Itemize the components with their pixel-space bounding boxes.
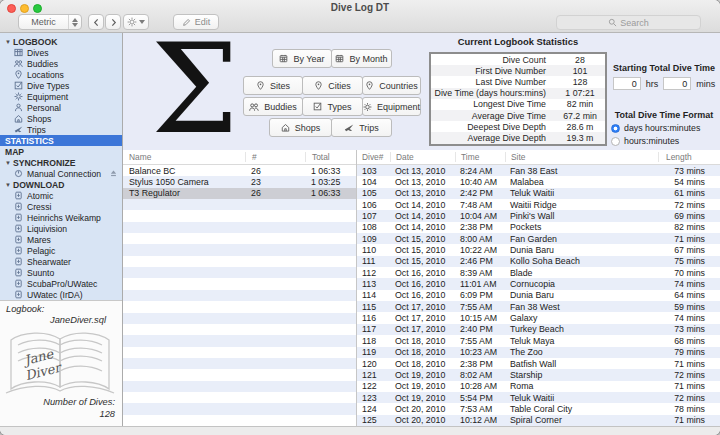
sidebar-item-map[interactable]: MAP [0,146,122,157]
sidebar-item-atomic[interactable]: Atomic [0,190,122,201]
column-header-total[interactable]: Total [305,152,356,162]
dive-row[interactable]: 106Oct 14, 20107:48 AMWaitii Ridge72 min… [357,199,720,210]
format-radio-hours-minutes[interactable]: hours:minutes [611,136,679,146]
dive-row[interactable]: 116Oct 17, 201010:15 AMGalaxy74 mins [357,312,720,323]
equipment-row[interactable]: T3 Regulator261 06:33 [123,188,356,199]
sidebar-item-dives[interactable]: Dives [0,47,122,58]
sidebar-item-personal[interactable]: Personal [0,102,122,113]
dive-row[interactable]: 125Oct 20, 201010:12 AMSpiral Corner71 m… [357,415,720,426]
dive-row[interactable]: 115Oct 17, 20107:55 AMFan 38 West59 mins [357,301,720,312]
dive-row[interactable]: 112Oct 16, 20108:39 AMBlade70 mins [357,267,720,278]
dive-row[interactable]: 117Oct 17, 20102:40 PMTurkey Beach73 min… [357,324,720,335]
main-content: Σ By Year By Month Sites Cities Countrie… [123,33,720,426]
statistics-row: First Dive Number101 [431,65,605,76]
equipment-button[interactable]: Equipment [362,97,421,116]
column-header-dive-number[interactable]: Dive# [357,152,390,162]
dive-row[interactable]: 118Oct 18, 20107:55 AMTeluk Maya68 mins [357,335,720,346]
back-button[interactable] [88,14,104,30]
countries-button[interactable]: Countries [362,76,421,95]
calendar-icon [279,54,288,63]
dive-row[interactable]: 120Oct 18, 20102:38 PMBatfish Wall71 min… [357,358,720,369]
sites-button[interactable]: Sites [243,76,303,95]
dive-row[interactable]: 110Oct 15, 201010:22 AMDunia Baru67 mins [357,244,720,255]
sidebar-item-cressi[interactable]: Cressi [0,201,122,212]
column-header-site[interactable]: Site [505,152,658,162]
sidebar-item-heinrichs-weikamp[interactable]: Heinrichs Weikamp [0,212,122,223]
logbook-panel: Logbook: JaneDiver.sql [0,300,122,426]
forward-button[interactable] [105,14,121,30]
sidebar-item-logbook[interactable]: ▼LOGBOOK [0,36,122,47]
by-month-label: By Month [349,54,387,64]
sidebar-item-manual-connection[interactable]: Manual Connection [0,168,122,179]
shops-button[interactable]: Shops [269,118,332,137]
dive-row[interactable]: 122Oct 19, 201010:28 AMRoma71 mins [357,381,720,392]
column-header-time[interactable]: Time [455,152,505,162]
sidebar-item-dive-types[interactable]: Dive Types [0,80,122,91]
column-header-length[interactable]: Length [658,152,720,162]
dive-row[interactable]: 107Oct 14, 201010:04 AMPinki's Wall69 mi… [357,210,720,221]
table-cell: 2:46 PM [455,256,505,266]
disclosure-triangle-icon[interactable]: ▼ [5,182,11,188]
cities-button[interactable]: Cities [302,76,363,95]
equipment-table: Name # Total Balance BC261 06:33Stylus 1… [123,150,356,426]
dive-row[interactable]: 111Oct 15, 20102:46 PMKollo Soha Beach75… [357,256,720,267]
disclosure-triangle-icon[interactable]: ▼ [5,160,11,166]
plane-icon [344,123,354,133]
sidebar-item-suunto[interactable]: Suunto [0,267,122,278]
dive-row[interactable]: 105Oct 13, 20102:42 PMTeluk Waitii61 min… [357,188,720,199]
sidebar-item-uwatec-irda-[interactable]: UWatec (IrDA) [0,289,122,300]
table-cell: 108 [357,222,390,232]
format-radio-days-hours-minutes[interactable]: days hours:minutes [611,123,700,133]
dive-row[interactable]: 123Oct 19, 20105:54 PMTeluk Waitii72 min… [357,392,720,403]
sidebar-item-scubapro-uwatec[interactable]: ScubaPro/UWatec [0,278,122,289]
dive-row[interactable]: 103Oct 13, 20108:24 AMFan 38 East73 mins [357,165,720,176]
column-header-date[interactable]: Date [390,152,455,162]
sidebar-item-mares[interactable]: Mares [0,234,122,245]
dive-row[interactable]: 104Oct 13, 201010:40 AMMalabea54 mins [357,176,720,187]
sidebar: ▼LOGBOOKDivesBuddiesLocationsDive TypesE… [0,33,123,426]
sidebar-item-trips[interactable]: Trips [0,124,122,135]
eject-icon[interactable] [109,169,118,178]
table-cell: Table Coral City [505,404,658,414]
table-cell: 8:24 AM [455,166,505,176]
types-button[interactable]: Types [302,97,363,116]
table-cell: Oct 13, 2010 [390,166,455,176]
sidebar-item-statistics[interactable]: STATISTICS [0,135,122,146]
dive-row[interactable]: 121Oct 19, 20108:02 AMStarship72 mins [357,369,720,380]
action-menu-button[interactable] [123,14,149,30]
dive-row[interactable]: 119Oct 18, 201010:23 AMThe Zoo79 mins [357,347,720,358]
equipment-row[interactable]: Stylus 1050 Camera231 03:25 [123,176,356,187]
by-year-button[interactable]: By Year [272,49,332,68]
buddies-button[interactable]: Buddies [243,97,303,116]
trips-button[interactable]: Trips [331,118,392,137]
sidebar-item-download[interactable]: ▼DOWNLOAD [0,179,122,190]
table-cell: Oct 16, 2010 [390,290,455,300]
minutes-field[interactable]: 0 [663,77,691,90]
gear-icon [14,92,23,101]
dive-row[interactable]: 124Oct 20, 20107:53 AMTable Coral City78… [357,403,720,414]
tables-area: Name # Total Balance BC261 06:33Stylus 1… [123,150,720,426]
table-cell: 117 [357,324,390,334]
table-cell: 125 [357,415,390,425]
sidebar-item-liquivision[interactable]: Liquivision [0,223,122,234]
number-of-dives-value: 128 [43,408,115,421]
dive-row[interactable]: 113Oct 16, 201011:01 AMCornucopia74 mins [357,278,720,289]
sidebar-item-locations[interactable]: Locations [0,69,122,80]
column-header-count[interactable]: # [245,152,305,162]
dive-row[interactable]: 114Oct 16, 20106:09 PMDunia Baru64 mins [357,290,720,301]
sidebar-item-shearwater[interactable]: Shearwater [0,256,122,267]
starting-time-inputs: 0 hrs 0 mins [607,77,720,90]
statistics-row: Last Dive Number128 [431,76,605,87]
search-input[interactable]: Search [556,15,701,30]
sidebar-item-equipment[interactable]: Equipment [0,91,122,102]
sidebar-item-buddies[interactable]: Buddies [0,58,122,69]
units-select[interactable]: Metric [18,14,82,30]
by-month-button[interactable]: By Month [331,49,392,68]
sidebar-item-pelagic[interactable]: Pelagic [0,245,122,256]
sidebar-item-synchronize[interactable]: ▼SYNCHRONIZE [0,157,122,168]
dive-row[interactable]: 109Oct 15, 20108:00 AMFan Garden71 mins [357,233,720,244]
hours-field[interactable]: 0 [613,77,641,90]
dive-row[interactable]: 108Oct 14, 20102:38 PMPockets82 mins [357,222,720,233]
sidebar-item-shops[interactable]: Shops [0,113,122,124]
disclosure-triangle-icon[interactable]: ▼ [5,39,11,45]
